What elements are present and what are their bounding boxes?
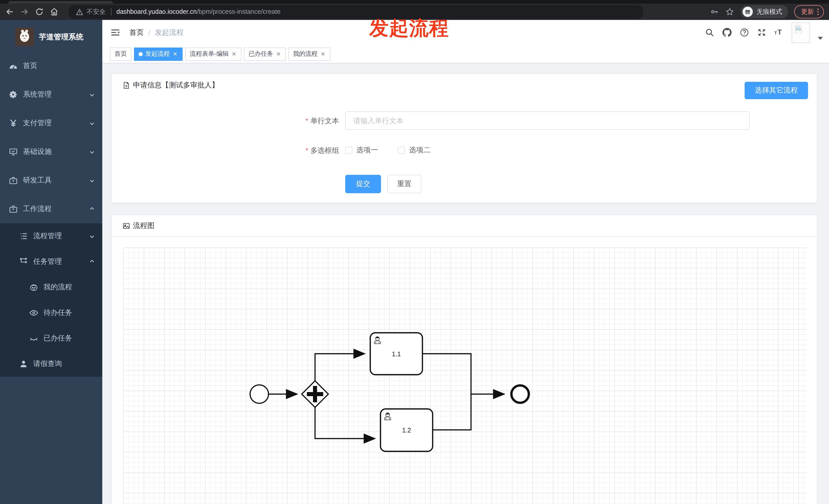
back-icon[interactable] bbox=[5, 7, 14, 16]
url-path[interactable]: /bpm/process-instance/create bbox=[196, 8, 281, 15]
task-label: 1.1 bbox=[392, 350, 401, 357]
fullscreen-icon[interactable] bbox=[757, 28, 767, 37]
overlay-annotation: 发起流程 bbox=[369, 15, 449, 41]
bpmn-canvas[interactable]: 1.1 1.2 bbox=[123, 247, 806, 504]
tab-home[interactable]: 首页 bbox=[110, 47, 132, 61]
home-icon[interactable] bbox=[49, 7, 59, 16]
app-logo bbox=[15, 28, 34, 46]
sidebar-item-task-management[interactable]: 任务管理 bbox=[0, 249, 102, 274]
tab-create-process[interactable]: 发起流程 bbox=[134, 47, 183, 61]
avatar-dropdown-caret[interactable] bbox=[818, 37, 823, 40]
font-size-icon[interactable]: TT bbox=[774, 28, 784, 37]
breadcrumb-separator: / bbox=[148, 28, 150, 37]
update-label[interactable]: 更新 bbox=[801, 7, 814, 16]
tab-form-edit[interactable]: 流程表单-编辑 bbox=[185, 47, 241, 61]
sidebar-item-devtools[interactable]: 研发工具 bbox=[0, 166, 102, 195]
checkbox-label: 选项二 bbox=[409, 146, 431, 155]
close-tab-icon[interactable] bbox=[172, 51, 178, 57]
user-task-2[interactable]: 1.2 bbox=[381, 409, 433, 451]
user-task-1[interactable]: 1.1 bbox=[370, 333, 423, 375]
end-event[interactable] bbox=[511, 385, 529, 403]
svg-text:T: T bbox=[774, 30, 777, 36]
checkbox-icon[interactable] bbox=[398, 147, 405, 154]
checkbox-option-2[interactable]: 选项二 bbox=[398, 146, 431, 155]
card-title: 申请信息【测试多审批人】 bbox=[133, 81, 219, 90]
browser-actions: 无痕模式 更新 bbox=[710, 5, 829, 18]
sidebar-item-leave-query[interactable]: 请假查询 bbox=[0, 351, 102, 377]
browser-menu-icon[interactable] bbox=[818, 8, 819, 15]
sidebar-item-label: 已办任务 bbox=[43, 334, 72, 343]
github-icon[interactable] bbox=[722, 28, 732, 37]
start-event[interactable] bbox=[250, 385, 268, 403]
checkbox-option-1[interactable]: 选项一 bbox=[345, 146, 378, 155]
security-label[interactable]: 不安全 bbox=[86, 7, 106, 16]
avatar[interactable] bbox=[792, 22, 810, 43]
choose-other-process-button[interactable]: 选择其它流程 bbox=[745, 82, 808, 99]
url-divider bbox=[111, 8, 111, 15]
breadcrumb-home[interactable]: 首页 bbox=[130, 28, 144, 37]
reload-icon[interactable] bbox=[35, 7, 44, 16]
sidebar-item-my-process[interactable]: 我的流程 bbox=[0, 274, 102, 300]
svg-text:T: T bbox=[778, 28, 782, 36]
broken-image-icon bbox=[793, 24, 803, 33]
parallel-gateway[interactable] bbox=[302, 381, 328, 408]
app-title: 芋道管理系统 bbox=[39, 32, 83, 42]
sidebar-item-label: 首页 bbox=[23, 61, 37, 71]
document-icon bbox=[122, 81, 131, 89]
tab-my-process[interactable]: 我的流程 bbox=[288, 47, 330, 61]
password-key-icon[interactable] bbox=[710, 7, 719, 16]
checkbox-label: 选项一 bbox=[356, 146, 378, 155]
sidebar-item-label: 请假查询 bbox=[33, 359, 62, 369]
browser-tabstrip bbox=[0, 0, 829, 4]
sidebar-item-payment[interactable]: 支付管理 bbox=[0, 109, 102, 138]
sidebar-item-system[interactable]: 系统管理 bbox=[0, 80, 102, 109]
app-window: 芋道管理系统 首页 系统管理 支付管理 基础设施 bbox=[0, 20, 829, 504]
close-tab-icon[interactable] bbox=[276, 51, 281, 57]
single-line-text-input[interactable] bbox=[345, 111, 750, 130]
sidebar-item-workflow[interactable]: 工作流程 bbox=[0, 195, 102, 223]
breadcrumb-current: 发起流程 bbox=[155, 28, 184, 37]
sidebar-item-process-management[interactable]: 流程管理 bbox=[0, 223, 102, 249]
sidebar-item-label: 研发工具 bbox=[23, 176, 52, 185]
process-diagram-card: 流程图 bbox=[111, 215, 817, 504]
submit-button[interactable]: 提交 bbox=[345, 175, 381, 193]
tab-done-tasks[interactable]: 已办任务 bbox=[244, 47, 286, 61]
sidebar-item-done-tasks[interactable]: 已办任务 bbox=[0, 325, 102, 351]
required-mark: * bbox=[305, 146, 309, 154]
checkbox-icon[interactable] bbox=[345, 147, 352, 154]
search-icon[interactable] bbox=[705, 28, 715, 37]
eye-closed-icon bbox=[29, 334, 38, 343]
sidebar-item-label: 任务管理 bbox=[33, 257, 62, 266]
chevron-down-icon bbox=[89, 149, 95, 155]
reset-button[interactable]: 重置 bbox=[387, 175, 422, 193]
forward-icon[interactable] bbox=[20, 7, 29, 16]
sidebar-item-todo-tasks[interactable]: 待办任务 bbox=[0, 300, 102, 325]
hamburger-icon[interactable] bbox=[110, 28, 120, 37]
apply-info-card: 申请信息【测试多审批人】 选择其它流程 *单行文本 *多选框组 选项一 bbox=[111, 74, 817, 203]
browser-tab[interactable] bbox=[8, 1, 113, 4]
help-icon[interactable] bbox=[740, 28, 749, 37]
sidebar-item-label: 我的流程 bbox=[43, 283, 72, 292]
chevron-down-icon bbox=[89, 91, 95, 98]
tab-label: 发起流程 bbox=[145, 49, 170, 58]
bpmn-diagram: 1.1 1.2 bbox=[123, 247, 806, 504]
update-button[interactable]: 更新 bbox=[794, 5, 824, 18]
breadcrumb: 首页 / 发起流程 bbox=[130, 28, 184, 37]
apply-info-card-header: 申请信息【测试多审批人】 bbox=[112, 74, 817, 96]
screen: 不安全 dashboard.yudao.iocoder.cn/bpm/proce… bbox=[0, 0, 829, 504]
close-tab-icon[interactable] bbox=[320, 51, 326, 57]
face-icon bbox=[29, 283, 38, 292]
url-bar[interactable]: 不安全 dashboard.yudao.iocoder.cn/bpm/proce… bbox=[69, 5, 643, 18]
sidebar-item-label: 待办任务 bbox=[43, 308, 72, 317]
sidebar-item-home[interactable]: 首页 bbox=[0, 52, 102, 80]
sidebar-item-label: 系统管理 bbox=[23, 90, 52, 99]
close-tab-icon[interactable] bbox=[231, 51, 237, 57]
chevron-down-icon bbox=[89, 178, 95, 184]
sidebar-item-label: 流程管理 bbox=[33, 232, 62, 241]
tree-icon bbox=[19, 257, 28, 266]
sidebar-item-infrastructure[interactable]: 基础设施 bbox=[0, 138, 102, 166]
page-content: 申请信息【测试多审批人】 选择其它流程 *单行文本 *多选框组 选项一 bbox=[102, 64, 829, 504]
bookmark-star-icon[interactable] bbox=[725, 7, 735, 16]
url-host[interactable]: dashboard.yudao.iocoder.cn bbox=[116, 8, 196, 15]
toolbox-icon bbox=[9, 176, 18, 185]
